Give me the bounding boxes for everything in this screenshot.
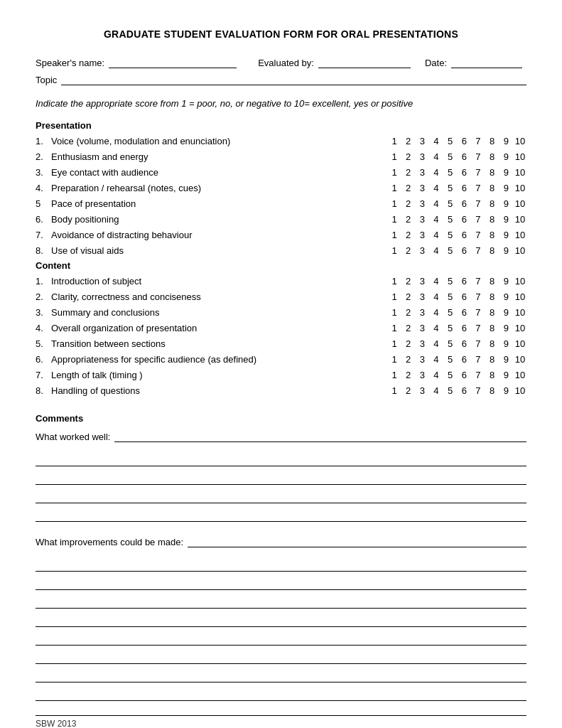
score[interactable]: 8 [486, 276, 499, 287]
comment-line[interactable] [36, 646, 526, 664]
score[interactable]: 2 [402, 338, 415, 349]
score[interactable]: 1 [388, 151, 401, 162]
score[interactable]: 3 [416, 214, 428, 225]
score[interactable]: 10 [514, 167, 526, 178]
score[interactable]: 7 [472, 291, 485, 302]
score[interactable]: 10 [514, 198, 526, 209]
score[interactable]: 8 [486, 230, 499, 240]
score[interactable]: 8 [486, 385, 499, 396]
score[interactable]: 6 [458, 338, 470, 349]
score[interactable]: 7 [472, 167, 485, 178]
score[interactable]: 10 [514, 291, 526, 302]
score[interactable]: 9 [499, 183, 512, 193]
score[interactable]: 3 [416, 167, 428, 178]
score[interactable]: 10 [514, 245, 526, 256]
score[interactable]: 1 [388, 370, 401, 380]
score[interactable]: 9 [499, 291, 512, 302]
comment-line[interactable] [36, 682, 526, 701]
score[interactable]: 9 [499, 245, 512, 256]
score[interactable]: 8 [486, 245, 499, 256]
score[interactable]: 7 [472, 230, 485, 240]
score[interactable]: 7 [472, 214, 485, 225]
score[interactable]: 1 [388, 214, 401, 225]
score[interactable]: 6 [458, 230, 470, 240]
score[interactable]: 6 [458, 385, 470, 396]
score[interactable]: 2 [402, 276, 415, 287]
score[interactable]: 7 [472, 323, 485, 333]
score[interactable]: 7 [472, 136, 485, 146]
topic-field[interactable] [61, 73, 526, 85]
comment-line[interactable] [36, 572, 526, 590]
score[interactable]: 10 [514, 214, 526, 225]
score[interactable]: 6 [458, 245, 470, 256]
score[interactable]: 3 [416, 338, 428, 349]
score[interactable]: 4 [430, 338, 443, 349]
comment-line[interactable] [36, 466, 526, 485]
comment-line[interactable] [36, 664, 526, 682]
score[interactable]: 5 [444, 214, 457, 225]
score[interactable]: 9 [499, 230, 512, 240]
score[interactable]: 9 [499, 354, 512, 365]
score[interactable]: 3 [416, 230, 428, 240]
score[interactable]: 8 [486, 291, 499, 302]
score[interactable]: 1 [388, 276, 401, 287]
score[interactable]: 2 [402, 323, 415, 333]
score[interactable]: 3 [416, 307, 428, 318]
score[interactable]: 3 [416, 370, 428, 380]
score[interactable]: 10 [514, 354, 526, 365]
score[interactable]: 7 [472, 151, 485, 162]
score[interactable]: 10 [514, 151, 526, 162]
score[interactable]: 1 [388, 167, 401, 178]
score[interactable]: 8 [486, 370, 499, 380]
score[interactable]: 8 [486, 338, 499, 349]
score[interactable]: 4 [430, 151, 443, 162]
score[interactable]: 4 [430, 307, 443, 318]
score[interactable]: 8 [486, 307, 499, 318]
score[interactable]: 4 [430, 214, 443, 225]
score[interactable]: 5 [444, 245, 457, 256]
score[interactable]: 6 [458, 183, 470, 193]
score[interactable]: 5 [444, 385, 457, 396]
score[interactable]: 1 [388, 307, 401, 318]
score[interactable]: 2 [402, 245, 415, 256]
score[interactable]: 5 [444, 291, 457, 302]
score[interactable]: 8 [486, 198, 499, 209]
what-worked-first-line[interactable] [114, 429, 526, 442]
score[interactable]: 8 [486, 136, 499, 146]
score[interactable]: 9 [499, 338, 512, 349]
score[interactable]: 4 [430, 245, 443, 256]
score[interactable]: 10 [514, 136, 526, 146]
score[interactable]: 5 [444, 151, 457, 162]
score[interactable]: 1 [388, 230, 401, 240]
score[interactable]: 10 [514, 370, 526, 380]
score[interactable]: 5 [444, 338, 457, 349]
score[interactable]: 4 [430, 167, 443, 178]
score[interactable]: 4 [430, 198, 443, 209]
score[interactable]: 10 [514, 230, 526, 240]
score[interactable]: 5 [444, 167, 457, 178]
score[interactable]: 6 [458, 136, 470, 146]
score[interactable]: 4 [430, 183, 443, 193]
score[interactable]: 5 [444, 276, 457, 287]
score[interactable]: 8 [486, 323, 499, 333]
score[interactable]: 7 [472, 338, 485, 349]
score[interactable]: 6 [458, 307, 470, 318]
score[interactable]: 8 [486, 167, 499, 178]
comment-line[interactable] [36, 553, 526, 572]
score[interactable]: 5 [444, 198, 457, 209]
comment-line[interactable] [36, 609, 526, 627]
score[interactable]: 6 [458, 276, 470, 287]
score[interactable]: 1 [388, 354, 401, 365]
score[interactable]: 5 [444, 183, 457, 193]
score[interactable]: 6 [458, 214, 470, 225]
score[interactable]: 4 [430, 385, 443, 396]
score[interactable]: 3 [416, 183, 428, 193]
score[interactable]: 3 [416, 198, 428, 209]
score[interactable]: 3 [416, 291, 428, 302]
score[interactable]: 3 [416, 136, 428, 146]
score[interactable]: 4 [430, 354, 443, 365]
score[interactable]: 1 [388, 291, 401, 302]
score[interactable]: 9 [499, 276, 512, 287]
score[interactable]: 2 [402, 307, 415, 318]
date-field[interactable] [451, 55, 522, 68]
